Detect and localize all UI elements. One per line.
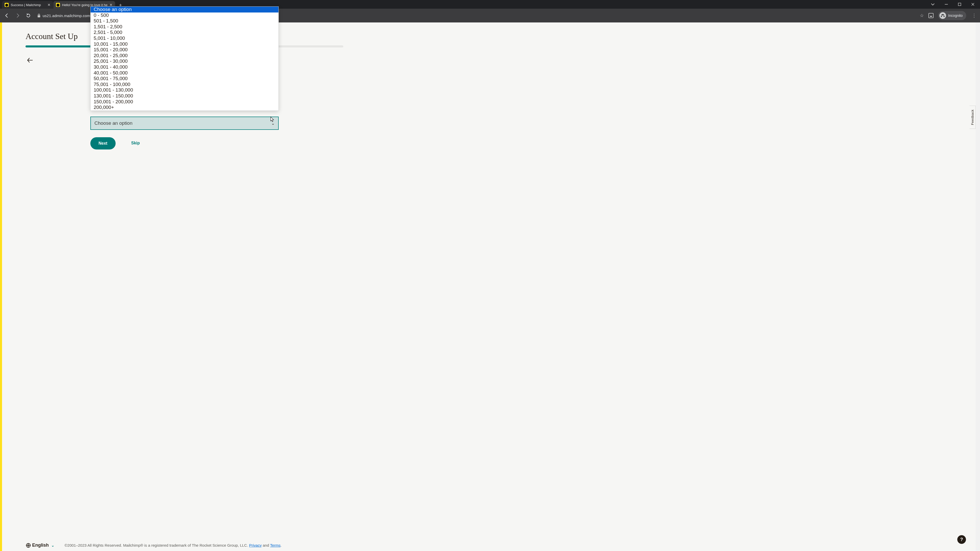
copyright-text: ©2001–2023 All Rights Reserved. Mailchim… <box>65 543 282 548</box>
mailchimp-favicon-icon: ⬤ <box>5 3 9 7</box>
svg-rect-1 <box>958 3 961 6</box>
close-window-icon[interactable] <box>971 3 974 6</box>
select-option[interactable]: 10,001 - 15,000 <box>91 41 278 47</box>
terms-link[interactable]: Terms <box>270 543 280 548</box>
browser-tab-0[interactable]: ⬤ Success | Mailchimp ✕ <box>2 1 53 9</box>
vertical-scrollbar[interactable] <box>976 22 980 551</box>
back-button[interactable] <box>27 58 33 63</box>
url-text: us21.admin.mailchimp.com <box>43 14 90 18</box>
select-option[interactable]: 130,001 - 150,000 <box>91 93 278 99</box>
copyright-and: and <box>262 543 270 548</box>
feedback-tab[interactable]: Feedback <box>969 106 976 129</box>
extensions-icon[interactable] <box>928 13 934 18</box>
select-option[interactable]: 200,000+ <box>91 105 278 110</box>
svg-rect-0 <box>945 4 948 5</box>
nav-back-button[interactable] <box>3 11 11 20</box>
chevron-down-icon: ⌄ <box>51 543 54 548</box>
window-controls <box>925 0 980 9</box>
svg-rect-2 <box>38 15 40 17</box>
select-option[interactable]: 75,001 - 100,000 <box>91 82 278 87</box>
select-option[interactable]: 150,001 - 200,000 <box>91 99 278 105</box>
select-option[interactable]: 40,001 - 50,000 <box>91 70 278 76</box>
select-option[interactable]: 1,501 - 2,500 <box>91 24 278 30</box>
nav-forward-button[interactable] <box>13 11 22 20</box>
contact-count-select[interactable]: Choose an option ⌄ <box>90 117 279 130</box>
mailchimp-favicon-icon: ⬤ <box>56 3 60 7</box>
minimize-icon[interactable] <box>945 3 948 6</box>
maximize-icon[interactable] <box>958 3 961 6</box>
select-option[interactable]: 25,001 - 30,000 <box>91 59 278 64</box>
select-option[interactable]: 15,001 - 20,000 <box>91 47 278 53</box>
close-icon[interactable]: ✕ <box>110 3 113 6</box>
select-value: Choose an option <box>94 121 132 126</box>
language-label: English <box>32 543 49 548</box>
select-option[interactable]: 20,001 - 25,000 <box>91 53 278 59</box>
select-option[interactable]: 501 - 1,500 <box>91 18 278 24</box>
language-switcher[interactable]: English ⌄ <box>26 543 54 548</box>
address-bar[interactable]: us21.admin.mailchimp.com <box>35 14 90 18</box>
select-option[interactable]: 50,001 - 75,000 <box>91 76 278 82</box>
copyright-pre: ©2001–2023 All Rights Reserved. Mailchim… <box>65 543 249 548</box>
incognito-label: Incognito <box>948 14 963 17</box>
select-option[interactable]: Choose an option <box>91 6 278 13</box>
close-icon[interactable]: ✕ <box>48 3 51 6</box>
next-button[interactable]: Next <box>90 137 116 149</box>
privacy-link[interactable]: Privacy <box>249 543 262 548</box>
select-option[interactable]: 100,001 - 130,000 <box>91 87 278 93</box>
help-button[interactable]: ? <box>957 535 966 544</box>
mailchimp-brand-stripe <box>0 22 2 551</box>
reload-button[interactable] <box>24 11 33 20</box>
browser-menu-icon[interactable]: ⋮ <box>971 13 977 18</box>
select-option[interactable]: 30,001 - 40,000 <box>91 64 278 70</box>
chevron-down-icon: ⌄ <box>271 121 275 126</box>
tab-search-icon[interactable] <box>931 3 935 6</box>
page-title: Account Set Up <box>25 32 78 41</box>
select-option[interactable]: 0 - 500 <box>91 13 278 18</box>
bookmark-star-icon[interactable]: ☆ <box>920 13 924 18</box>
page-viewport: Account Set Up Choose an option0 - 50050… <box>0 22 980 551</box>
incognito-icon <box>939 12 946 19</box>
globe-icon <box>26 543 30 548</box>
arrow-left-icon <box>27 58 33 63</box>
contact-count-options[interactable]: Choose an option0 - 500501 - 1,5001,501 … <box>90 6 279 111</box>
copyright-period: . <box>280 543 282 548</box>
incognito-badge[interactable]: Incognito <box>938 11 966 20</box>
skip-button[interactable]: Skip <box>131 141 140 145</box>
select-option[interactable]: 5,001 - 10,000 <box>91 35 278 41</box>
select-option[interactable]: 2,501 - 5,000 <box>91 30 278 35</box>
page-footer: English ⌄ ©2001–2023 All Rights Reserved… <box>26 543 966 548</box>
tab-title: Success | Mailchimp <box>11 3 45 7</box>
lock-icon <box>37 14 41 17</box>
